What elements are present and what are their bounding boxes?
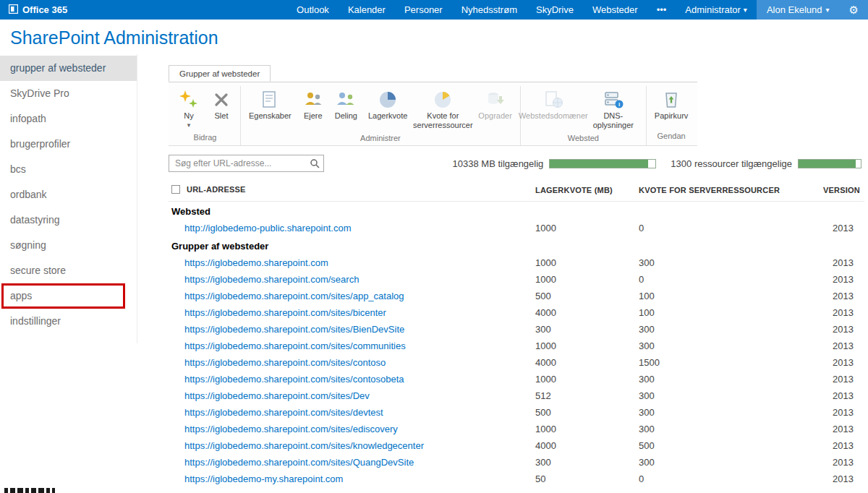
table-row[interactable]: https://iglobedemo.sharepoint.com/sites/… [169,421,864,437]
ribbon-button-kvote-for-serverressourcer[interactable]: Kvote for serverressourcer [413,86,472,132]
ribbon-button-opgrader[interactable]: Opgrader [473,86,516,123]
site-url-link[interactable]: https://iglobedemo.sharepoint.com/sites/… [184,307,386,318]
ribbon-button-dns-oplysninger[interactable]: iDNS-oplysninger [584,86,643,132]
server-quota-cell: 300 [639,321,823,338]
site-url-link[interactable]: https://iglobedemo.sharepoint.com/sites/… [184,357,386,368]
ribbon-tab-grupper-af-websteder[interactable]: Grupper af websteder [169,65,271,82]
site-url-link[interactable]: https://iglobedemo.sharepoint.com/sites/… [184,291,404,301]
select-all-checkbox[interactable] [171,185,180,194]
sidebar-item-apps[interactable]: apps [1,283,125,309]
table-row[interactable]: http://iglobedemo-public.sharepoint.com1… [169,220,864,236]
top-nav-item-personer[interactable]: Personer [395,0,452,20]
version-cell: 2013 [823,271,864,288]
table-row[interactable]: https://iglobedemo.sharepoint.com/sites/… [169,454,864,471]
ribbon-button-ny[interactable]: Ny▾ [173,86,205,131]
site-url-cell: https://iglobedemo.sharepoint.com/sites/… [169,304,534,321]
site-url-cell: https://iglobedemo.sharepoint.com [169,254,534,271]
site-url-link[interactable]: https://iglobedemo.sharepoint.com/sites/… [184,457,414,468]
sidebar-item-grupper-af-websteder[interactable]: grupper af websteder [0,56,137,81]
site-url-link[interactable]: https://iglobedemo.sharepoint.com/sites/… [184,374,404,385]
new-icon [178,88,200,111]
ribbon-button-egenskaber[interactable]: Egenskaber [244,86,297,123]
top-nav-item-outlook[interactable]: Outlook [287,0,339,20]
chevron-down-icon: ▾ [187,121,191,129]
server-quota-cell: 100 [639,304,823,321]
top-nav: OutlookKalenderPersonerNyhedsstrømSkyDri… [287,0,757,20]
table-body: Webstedhttp://iglobedemo-public.sharepoi… [169,202,864,488]
storage-quota-cell: 300 [534,321,639,338]
version-cell: 2013 [823,304,864,321]
sidebar-item-infopath[interactable]: infopath [0,106,137,132]
storage-quota-cell: 50 [534,471,639,487]
table-row[interactable]: https://iglobedemo.sharepoint.com/sites/… [169,437,864,454]
table-row[interactable]: https://iglobedemo.sharepoint.com/sites/… [169,321,864,338]
ribbon-button-webstedsdom-ner[interactable]: Webstedsdomæner [524,86,583,123]
user-menu[interactable]: Alon Ekelund ▾ [757,0,840,20]
site-url-link[interactable]: https://iglobedemo.sharepoint.com/sites/… [184,407,383,418]
site-url-link[interactable]: https://iglobedemo.sharepoint.com/sites/… [184,390,370,401]
site-url-link[interactable]: http://iglobedemo-public.sharepoint.com [184,223,352,233]
ribbon-button-label: Ny [184,111,193,121]
ribbon-button-slet[interactable]: Slet [205,86,237,123]
sidebar-item-brugerprofiler[interactable]: brugerprofiler [0,132,137,157]
site-url-link[interactable]: https://iglobedemo.sharepoint.com/sites/… [184,424,398,434]
table-row[interactable]: https://iglobedemo.sharepoint.com/sites/… [169,404,864,421]
top-nav-item-kalender[interactable]: Kalender [339,0,395,20]
server-quota-cell: 0 [639,471,823,487]
column-header-url: URL-ADRESSE [169,181,534,202]
storage-quota-cell: 4000 [534,354,639,371]
sidebar-item-ordbank[interactable]: ordbank [0,182,137,207]
site-url-link[interactable]: https://iglobedemo.sharepoint.com [184,257,328,268]
site-url-cell: https://iglobedemo.sharepoint.com/search [169,271,534,288]
version-cell: 2013 [823,404,864,421]
site-url-cell: https://iglobedemo.sharepoint.com/sites/… [169,387,534,404]
site-url-link[interactable]: https://iglobedemo.sharepoint.com/sites/… [184,440,424,451]
table-row[interactable]: https://iglobedemo.sharepoint.com/sites/… [169,371,864,387]
sidebar-item-s-gning[interactable]: søgning [0,233,137,258]
version-cell: 2013 [823,288,864,304]
server-quota-cell: 300 [639,371,823,387]
top-nav-item-websteder[interactable]: Websteder [583,0,647,20]
brand-text: Office 365 [22,4,67,15]
sidebar-item-skydrive-pro[interactable]: SkyDrive Pro [0,81,137,106]
table-row[interactable]: https://iglobedemo.sharepoint.com/sites/… [169,304,864,321]
site-url-link[interactable]: https://iglobedemo-my.sharepoint.com [184,473,343,484]
settings-gear-button[interactable]: ⚙ [840,0,868,20]
top-nav-item-nyhedsstr-m[interactable]: Nyhedsstrøm [452,0,527,20]
ribbon-button-lagerkvote[interactable]: Lagerkvote [363,86,412,123]
table-row[interactable]: https://iglobedemo.sharepoint.com/sites/… [169,288,864,304]
office365-logo[interactable]: Office 365 [0,0,76,20]
ribbon-button-ejere[interactable]: Ejere [297,86,329,123]
server-quota-cell: 300 [639,421,823,437]
ribbon-button-label: Webstedsdomæner [519,111,588,121]
site-url-link[interactable]: https://iglobedemo.sharepoint.com/sites/… [184,324,404,335]
ribbon-button-papirkurv[interactable]: Papirkurv [650,86,693,123]
sidebar-item-indstillinger[interactable]: indstillinger [0,309,137,334]
top-nav-item-administrator[interactable]: Administrator▾ [676,0,757,20]
storage-quota-cell: 1000 [534,371,639,387]
column-header-url-label: URL-ADRESSE [187,185,246,194]
site-url-link[interactable]: https://iglobedemo.sharepoint.com/sites/… [184,340,406,351]
table-row[interactable]: https://iglobedemo.sharepoint.com/sites/… [169,354,864,371]
upgrade-icon [485,88,506,111]
sidebar-item-secure-store[interactable]: secure store [0,258,137,283]
ribbon-button-deling[interactable]: Deling [330,86,362,123]
sidebar-item-datastyring[interactable]: datastyring [0,207,137,233]
site-url-cell: http://iglobedemo-public.sharepoint.com [169,220,534,236]
table-header-row: URL-ADRESSE LAGERKVOTE (MB) KVOTE FOR SE… [169,181,864,202]
site-url-link[interactable]: https://iglobedemo.sharepoint.com/search [184,274,359,285]
table-row[interactable]: https://iglobedemo-my.sharepoint.com5002… [169,471,864,487]
page-layout: grupper af webstederSkyDrive Proinfopath… [0,54,868,487]
storage-quota-cell: 1000 [534,421,639,437]
table-row[interactable]: https://iglobedemo.sharepoint.com/sites/… [169,338,864,354]
server-quota-cell: 500 [639,437,823,454]
sidebar-item-bcs[interactable]: bcs [0,157,137,182]
search-input[interactable] [169,155,324,172]
top-nav-item-more[interactable]: ••• [647,0,676,20]
ribbon-group-label: Bidrag [173,131,237,145]
table-row[interactable]: https://iglobedemo.sharepoint.com/sites/… [169,387,864,404]
table-row[interactable]: https://iglobedemo.sharepoint.com1000300… [169,254,864,271]
table-row[interactable]: https://iglobedemo.sharepoint.com/search… [169,271,864,288]
search-icon[interactable] [310,158,320,171]
top-nav-item-skydrive[interactable]: SkyDrive [527,0,583,20]
